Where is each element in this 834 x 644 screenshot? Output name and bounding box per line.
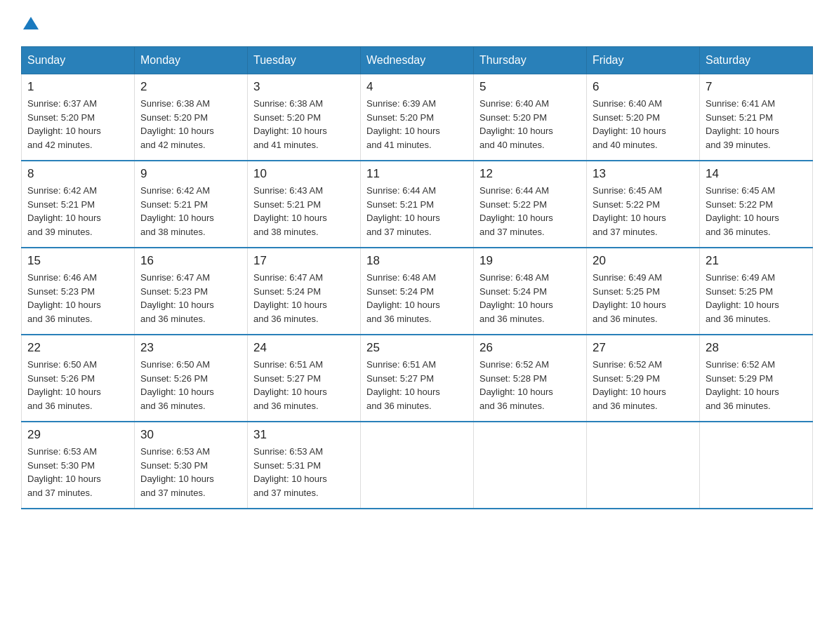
calendar-cell: 4 Sunrise: 6:39 AM Sunset: 5:20 PM Dayli… xyxy=(361,74,474,161)
calendar-cell: 14 Sunrise: 6:45 AM Sunset: 5:22 PM Dayl… xyxy=(700,161,813,248)
day-info: Sunrise: 6:45 AM Sunset: 5:22 PM Dayligh… xyxy=(706,184,807,239)
calendar-cell: 18 Sunrise: 6:48 AM Sunset: 5:24 PM Dayl… xyxy=(361,248,474,335)
calendar-cell xyxy=(361,422,474,509)
calendar-cell: 26 Sunrise: 6:52 AM Sunset: 5:28 PM Dayl… xyxy=(474,335,587,422)
day-number: 29 xyxy=(27,428,128,442)
day-number: 14 xyxy=(706,167,807,181)
day-number: 21 xyxy=(706,254,807,268)
day-info: Sunrise: 6:52 AM Sunset: 5:29 PM Dayligh… xyxy=(593,358,694,412)
day-info: Sunrise: 6:53 AM Sunset: 5:31 PM Dayligh… xyxy=(253,445,355,499)
calendar-cell: 16 Sunrise: 6:47 AM Sunset: 5:23 PM Dayl… xyxy=(135,248,248,335)
day-number: 6 xyxy=(593,80,694,94)
day-number: 19 xyxy=(479,254,581,268)
calendar-cell: 28 Sunrise: 6:52 AM Sunset: 5:29 PM Dayl… xyxy=(700,335,813,422)
day-number: 16 xyxy=(140,254,241,268)
logo-triangle-icon xyxy=(23,15,39,34)
calendar-week-row: 8 Sunrise: 6:42 AM Sunset: 5:21 PM Dayli… xyxy=(22,161,813,248)
col-header-thursday: Thursday xyxy=(474,47,587,74)
day-info: Sunrise: 6:42 AM Sunset: 5:21 PM Dayligh… xyxy=(140,184,241,239)
day-number: 30 xyxy=(140,428,241,442)
day-number: 28 xyxy=(706,341,807,355)
day-info: Sunrise: 6:46 AM Sunset: 5:23 PM Dayligh… xyxy=(27,271,128,326)
calendar-cell: 29 Sunrise: 6:53 AM Sunset: 5:30 PM Dayl… xyxy=(22,422,135,509)
day-info: Sunrise: 6:38 AM Sunset: 5:20 PM Dayligh… xyxy=(253,97,355,152)
calendar-cell: 19 Sunrise: 6:48 AM Sunset: 5:24 PM Dayl… xyxy=(474,248,587,335)
col-header-saturday: Saturday xyxy=(700,47,813,74)
day-info: Sunrise: 6:47 AM Sunset: 5:23 PM Dayligh… xyxy=(140,271,241,326)
col-header-sunday: Sunday xyxy=(22,47,135,74)
calendar-cell: 3 Sunrise: 6:38 AM Sunset: 5:20 PM Dayli… xyxy=(248,74,361,161)
day-info: Sunrise: 6:47 AM Sunset: 5:24 PM Dayligh… xyxy=(253,271,355,326)
day-number: 9 xyxy=(140,167,241,181)
calendar-week-row: 15 Sunrise: 6:46 AM Sunset: 5:23 PM Dayl… xyxy=(22,248,813,335)
day-info: Sunrise: 6:41 AM Sunset: 5:21 PM Dayligh… xyxy=(706,97,807,152)
calendar-cell: 23 Sunrise: 6:50 AM Sunset: 5:26 PM Dayl… xyxy=(135,335,248,422)
day-number: 5 xyxy=(479,80,581,94)
day-number: 23 xyxy=(140,341,241,355)
day-info: Sunrise: 6:48 AM Sunset: 5:24 PM Dayligh… xyxy=(366,271,468,326)
day-number: 26 xyxy=(479,341,581,355)
calendar-week-row: 29 Sunrise: 6:53 AM Sunset: 5:30 PM Dayl… xyxy=(22,422,813,509)
col-header-wednesday: Wednesday xyxy=(361,47,474,74)
calendar-cell: 13 Sunrise: 6:45 AM Sunset: 5:22 PM Dayl… xyxy=(587,161,700,248)
calendar-cell xyxy=(474,422,587,509)
day-number: 24 xyxy=(253,341,355,355)
calendar-header-row: SundayMondayTuesdayWednesdayThursdayFrid… xyxy=(22,47,813,74)
day-number: 27 xyxy=(593,341,694,355)
day-info: Sunrise: 6:53 AM Sunset: 5:30 PM Dayligh… xyxy=(140,445,241,499)
calendar-cell: 20 Sunrise: 6:49 AM Sunset: 5:25 PM Dayl… xyxy=(587,248,700,335)
day-info: Sunrise: 6:52 AM Sunset: 5:29 PM Dayligh… xyxy=(706,358,807,412)
calendar-cell: 31 Sunrise: 6:53 AM Sunset: 5:31 PM Dayl… xyxy=(248,422,361,509)
day-info: Sunrise: 6:39 AM Sunset: 5:20 PM Dayligh… xyxy=(366,97,468,152)
day-info: Sunrise: 6:50 AM Sunset: 5:26 PM Dayligh… xyxy=(140,358,241,412)
day-number: 11 xyxy=(366,167,468,181)
calendar-cell: 17 Sunrise: 6:47 AM Sunset: 5:24 PM Dayl… xyxy=(248,248,361,335)
day-info: Sunrise: 6:44 AM Sunset: 5:21 PM Dayligh… xyxy=(366,184,468,239)
day-info: Sunrise: 6:37 AM Sunset: 5:20 PM Dayligh… xyxy=(27,97,128,152)
col-header-monday: Monday xyxy=(135,47,248,74)
day-info: Sunrise: 6:52 AM Sunset: 5:28 PM Dayligh… xyxy=(479,358,581,412)
calendar-cell: 2 Sunrise: 6:38 AM Sunset: 5:20 PM Dayli… xyxy=(135,74,248,161)
day-info: Sunrise: 6:49 AM Sunset: 5:25 PM Dayligh… xyxy=(706,271,807,326)
calendar-week-row: 22 Sunrise: 6:50 AM Sunset: 5:26 PM Dayl… xyxy=(22,335,813,422)
day-info: Sunrise: 6:48 AM Sunset: 5:24 PM Dayligh… xyxy=(479,271,581,326)
calendar-cell: 27 Sunrise: 6:52 AM Sunset: 5:29 PM Dayl… xyxy=(587,335,700,422)
calendar-cell: 8 Sunrise: 6:42 AM Sunset: 5:21 PM Dayli… xyxy=(22,161,135,248)
day-number: 10 xyxy=(253,167,355,181)
calendar-cell: 12 Sunrise: 6:44 AM Sunset: 5:22 PM Dayl… xyxy=(474,161,587,248)
day-number: 22 xyxy=(27,341,128,355)
day-number: 2 xyxy=(140,80,241,94)
day-number: 15 xyxy=(27,254,128,268)
col-header-tuesday: Tuesday xyxy=(248,47,361,74)
day-info: Sunrise: 6:50 AM Sunset: 5:26 PM Dayligh… xyxy=(27,358,128,412)
calendar-cell: 24 Sunrise: 6:51 AM Sunset: 5:27 PM Dayl… xyxy=(248,335,361,422)
calendar-cell: 22 Sunrise: 6:50 AM Sunset: 5:26 PM Dayl… xyxy=(22,335,135,422)
page-header xyxy=(21,14,813,32)
calendar-cell: 1 Sunrise: 6:37 AM Sunset: 5:20 PM Dayli… xyxy=(22,74,135,161)
calendar-cell: 30 Sunrise: 6:53 AM Sunset: 5:30 PM Dayl… xyxy=(135,422,248,509)
day-number: 4 xyxy=(366,80,468,94)
calendar-cell xyxy=(700,422,813,509)
calendar-cell: 10 Sunrise: 6:43 AM Sunset: 5:21 PM Dayl… xyxy=(248,161,361,248)
day-number: 20 xyxy=(593,254,694,268)
day-number: 17 xyxy=(253,254,355,268)
logo xyxy=(21,14,39,32)
day-info: Sunrise: 6:40 AM Sunset: 5:20 PM Dayligh… xyxy=(593,97,694,152)
day-info: Sunrise: 6:49 AM Sunset: 5:25 PM Dayligh… xyxy=(593,271,694,326)
day-number: 8 xyxy=(27,167,128,181)
day-number: 31 xyxy=(253,428,355,442)
day-number: 12 xyxy=(479,167,581,181)
calendar-cell: 7 Sunrise: 6:41 AM Sunset: 5:21 PM Dayli… xyxy=(700,74,813,161)
col-header-friday: Friday xyxy=(587,47,700,74)
calendar-cell: 11 Sunrise: 6:44 AM Sunset: 5:21 PM Dayl… xyxy=(361,161,474,248)
calendar-cell: 5 Sunrise: 6:40 AM Sunset: 5:20 PM Dayli… xyxy=(474,74,587,161)
calendar-table: SundayMondayTuesdayWednesdayThursdayFrid… xyxy=(21,46,813,509)
day-number: 7 xyxy=(706,80,807,94)
logo-line1 xyxy=(21,14,39,32)
day-number: 13 xyxy=(593,167,694,181)
calendar-cell: 15 Sunrise: 6:46 AM Sunset: 5:23 PM Dayl… xyxy=(22,248,135,335)
day-info: Sunrise: 6:43 AM Sunset: 5:21 PM Dayligh… xyxy=(253,184,355,239)
day-info: Sunrise: 6:40 AM Sunset: 5:20 PM Dayligh… xyxy=(479,97,581,152)
calendar-cell xyxy=(587,422,700,509)
calendar-cell: 21 Sunrise: 6:49 AM Sunset: 5:25 PM Dayl… xyxy=(700,248,813,335)
